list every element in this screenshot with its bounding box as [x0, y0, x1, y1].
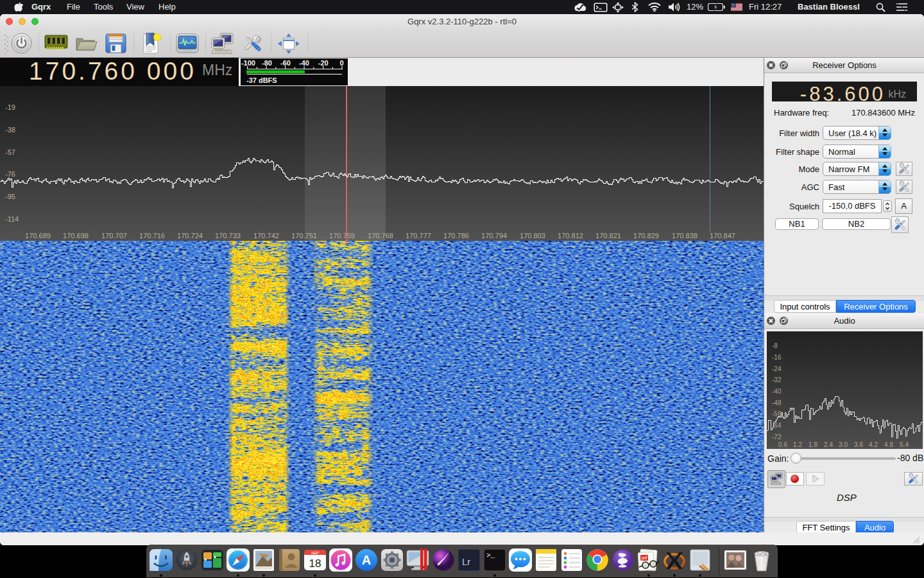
- svg-text:SEP: SEP: [311, 551, 319, 555]
- svg-text:>_: >_: [486, 552, 495, 559]
- svg-text:A: A: [362, 553, 371, 567]
- svg-text:pdf: pdf: [642, 556, 647, 561]
- svg-text:18: 18: [309, 557, 321, 570]
- svg-text:Lr: Lr: [462, 556, 470, 567]
